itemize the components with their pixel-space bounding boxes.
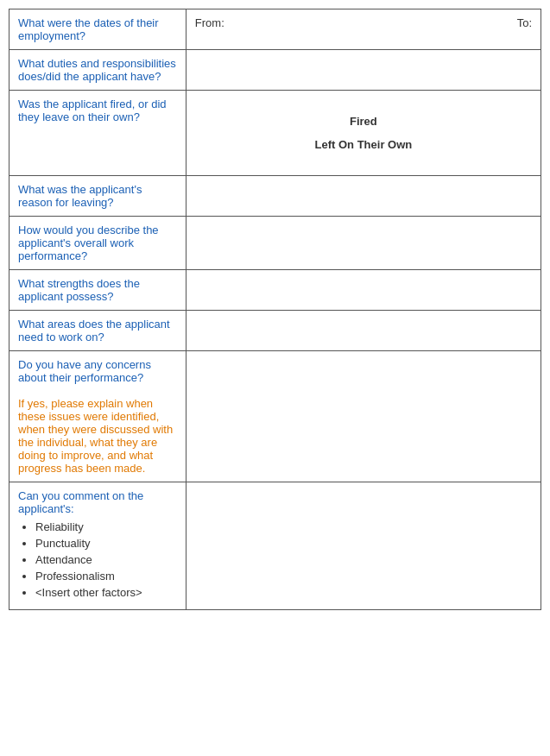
table-row: Do you have any concerns about their per… [9,351,541,482]
question-cell-employment-dates: What were the dates of their employment? [9,9,186,50]
question-text-strengths: What strengths does the applicant posses… [18,277,140,303]
question-cell-areas: What areas does the applicant need to wo… [9,311,186,351]
question-text-employment-dates: What were the dates of their employment? [18,16,159,42]
question-text-performance: How would you describe the applicant's o… [18,224,159,262]
answer-cell-comment [186,482,541,610]
question-text-concerns: Do you have any concerns about their per… [18,358,151,384]
table-row: Can you comment on the applicant's: Reli… [9,482,541,610]
table-row: Was the applicant fired, or did they lea… [9,91,541,176]
question-text-reason: What was the applicant's reason for leav… [18,183,142,209]
answer-cell-reason [186,176,541,217]
question-cell-comment: Can you comment on the applicant's: Reli… [9,482,186,610]
list-item: Professionalism [35,570,177,583]
left-own-option: Left On Their Own [195,138,532,151]
table-row: How would you describe the applicant's o… [9,217,541,270]
answer-cell-fired: Fired Left On Their Own [186,91,541,176]
answer-cell-areas [186,311,541,351]
table-row: What areas does the applicant need to wo… [9,311,541,351]
question-cell-performance: How would you describe the applicant's o… [9,217,186,270]
question-text-areas: What areas does the applicant need to wo… [18,318,170,343]
list-item: Reliability [35,520,177,533]
question-cell-concerns: Do you have any concerns about their per… [9,351,186,482]
to-label: To: [517,16,532,29]
answer-cell-concerns [186,351,541,482]
question-text-duties: What duties and responsibilities does/di… [18,57,176,83]
answer-cell-duties [186,50,541,91]
answer-cell-strengths [186,270,541,311]
table-row: What duties and responsibilities does/di… [9,50,541,91]
table-row: What were the dates of their employment?… [9,9,541,50]
bullet-list: Reliability Punctuality Attendance Profe… [18,520,177,599]
question-cell-fired: Was the applicant fired, or did they lea… [9,91,186,176]
from-label: From: [195,16,224,29]
list-item: Punctuality [35,537,177,550]
table-row: What was the applicant's reason for leav… [9,176,541,217]
table-row: What strengths does the applicant posses… [9,270,541,311]
from-to-container: From: To: [195,16,532,29]
form-table: What were the dates of their employment?… [9,9,541,610]
answer-cell-employment-dates: From: To: [186,9,541,50]
question-cell-duties: What duties and responsibilities does/di… [9,50,186,91]
fired-option: Fired [195,115,532,128]
list-item: <Insert other factors> [35,586,177,599]
question-cell-strengths: What strengths does the applicant posses… [9,270,186,311]
question-text-comment: Can you comment on the applicant's: [18,489,143,515]
sub-question-text-concerns: If yes, please explain when these issues… [18,397,173,475]
question-cell-reason: What was the applicant's reason for leav… [9,176,186,217]
list-item: Attendance [35,553,177,566]
answer-cell-performance [186,217,541,270]
question-text-fired: Was the applicant fired, or did they lea… [18,98,167,123]
